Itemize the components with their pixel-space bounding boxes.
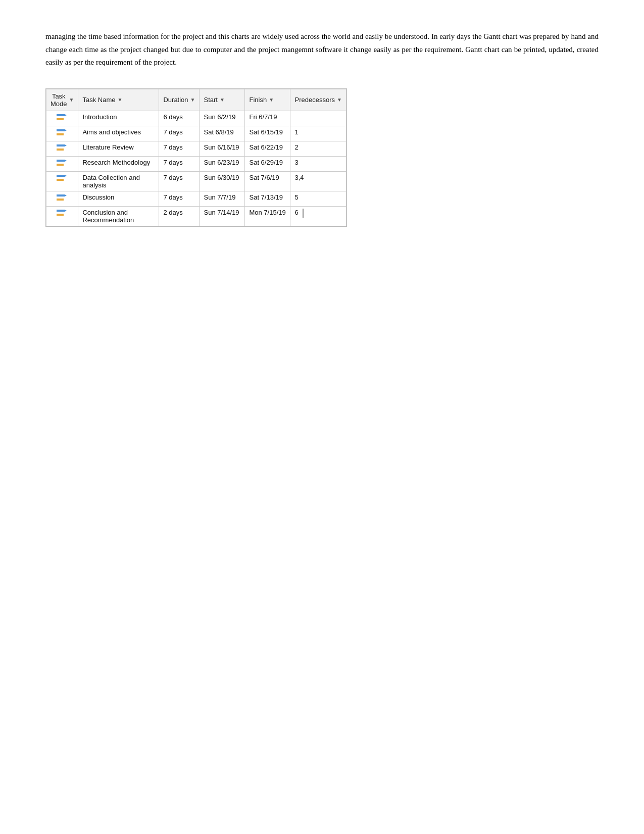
main-paragraph: managing the time based information for … [45, 30, 599, 69]
table-header-row: TaskMode ▼ Task Name ▼ Duration ▼ [46, 89, 346, 111]
table-row: Aims and objectives7 daysSat 6/8/19Sat 6… [46, 126, 346, 141]
cell-duration: 7 days [159, 156, 200, 171]
svg-rect-2 [57, 118, 64, 120]
col-header-finish[interactable]: Finish ▼ [245, 89, 290, 111]
cell-start: Sun 6/30/19 [200, 171, 245, 191]
svg-rect-14 [57, 179, 64, 181]
col-label-task-mode: TaskMode [51, 92, 67, 108]
cell-task-name: Discussion [78, 191, 159, 206]
cell-start: Sun 6/2/19 [200, 111, 245, 126]
cell-task-mode [46, 191, 78, 206]
cell-start: Sun 6/16/19 [200, 141, 245, 156]
svg-rect-6 [57, 144, 65, 146]
svg-marker-13 [65, 175, 67, 177]
cell-predecessors: 3,4 [290, 171, 346, 191]
cell-start: Sun 7/7/19 [200, 191, 245, 206]
svg-rect-11 [57, 164, 64, 166]
cell-task-mode [46, 141, 78, 156]
cell-duration: 7 days [159, 191, 200, 206]
gantt-table-container: TaskMode ▼ Task Name ▼ Duration ▼ [45, 88, 347, 227]
svg-rect-17 [57, 199, 64, 201]
svg-rect-9 [57, 160, 65, 162]
cell-duration: 7 days [159, 141, 200, 156]
cell-predecessors: 5 [290, 191, 346, 206]
table-row: Introduction6 daysSun 6/2/19Fri 6/7/19 [46, 111, 346, 126]
cell-finish: Mon 7/15/19 [245, 206, 290, 226]
cell-start: Sun 6/23/19 [200, 156, 245, 171]
cell-task-name: Research Methodology [78, 156, 159, 171]
cell-finish: Sat 7/13/19 [245, 191, 290, 206]
svg-marker-19 [65, 210, 67, 212]
cell-task-mode [46, 111, 78, 126]
svg-rect-5 [57, 133, 64, 135]
cell-finish: Sat 6/22/19 [245, 141, 290, 156]
dropdown-arrow-task-name[interactable]: ▼ [117, 97, 122, 103]
cell-predecessors [290, 111, 346, 126]
table-row: Data Collection and analysis7 daysSun 6/… [46, 171, 346, 191]
col-label-predecessors: Predecessors [294, 96, 334, 104]
svg-rect-15 [57, 194, 65, 197]
cell-task-name: Literature Review [78, 141, 159, 156]
svg-marker-7 [65, 144, 67, 146]
cell-task-mode [46, 206, 78, 226]
svg-rect-20 [57, 214, 64, 216]
svg-marker-16 [65, 194, 67, 197]
cell-task-name: Aims and objectives [78, 126, 159, 141]
cell-predecessors: 6 [290, 206, 346, 226]
table-row: Literature Review7 daysSun 6/16/19Sat 6/… [46, 141, 346, 156]
dropdown-arrow-duration[interactable]: ▼ [190, 97, 195, 103]
cell-predecessors: 2 [290, 141, 346, 156]
cell-finish: Fri 6/7/19 [245, 111, 290, 126]
svg-marker-4 [65, 129, 67, 131]
svg-marker-10 [65, 160, 67, 162]
cell-start: Sun 7/14/19 [200, 206, 245, 226]
cell-predecessors: 3 [290, 156, 346, 171]
table-row: Conclusion and Recommendation2 daysSun 7… [46, 206, 346, 226]
dropdown-arrow-predecessors[interactable]: ▼ [337, 97, 342, 103]
cell-duration: 6 days [159, 111, 200, 126]
svg-rect-8 [57, 149, 64, 151]
table-row: Research Methodology7 daysSun 6/23/19Sat… [46, 156, 346, 171]
vertical-bar-indicator [303, 209, 304, 218]
svg-marker-1 [65, 114, 67, 116]
col-label-finish: Finish [249, 96, 267, 104]
svg-rect-12 [57, 175, 65, 177]
dropdown-arrow-task-mode[interactable]: ▼ [69, 97, 74, 103]
cell-task-mode [46, 126, 78, 141]
cell-task-name: Introduction [78, 111, 159, 126]
cell-finish: Sat 6/15/19 [245, 126, 290, 141]
cell-finish: Sat 6/29/19 [245, 156, 290, 171]
cell-finish: Sat 7/6/19 [245, 171, 290, 191]
cell-task-mode [46, 156, 78, 171]
col-header-duration[interactable]: Duration ▼ [159, 89, 200, 111]
gantt-table: TaskMode ▼ Task Name ▼ Duration ▼ [46, 89, 346, 226]
cell-predecessors: 1 [290, 126, 346, 141]
col-header-task-name[interactable]: Task Name ▼ [78, 89, 159, 111]
col-header-start[interactable]: Start ▼ [200, 89, 245, 111]
table-row: Discussion7 daysSun 7/7/19Sat 7/13/195 [46, 191, 346, 206]
cell-duration: 7 days [159, 171, 200, 191]
dropdown-arrow-start[interactable]: ▼ [220, 97, 225, 103]
col-label-task-name: Task Name [82, 96, 115, 104]
svg-rect-0 [57, 114, 65, 116]
cell-start: Sat 6/8/19 [200, 126, 245, 141]
cell-duration: 7 days [159, 126, 200, 141]
svg-rect-18 [57, 210, 65, 212]
cell-task-name: Data Collection and analysis [78, 171, 159, 191]
col-label-start: Start [204, 96, 217, 104]
col-label-duration: Duration [163, 96, 188, 104]
cell-task-mode [46, 171, 78, 191]
col-header-task-mode[interactable]: TaskMode ▼ [46, 89, 78, 111]
svg-rect-3 [57, 129, 65, 131]
cell-task-name: Conclusion and Recommendation [78, 206, 159, 226]
cell-duration: 2 days [159, 206, 200, 226]
col-header-predecessors[interactable]: Predecessors ▼ [290, 89, 346, 111]
dropdown-arrow-finish[interactable]: ▼ [269, 97, 274, 103]
